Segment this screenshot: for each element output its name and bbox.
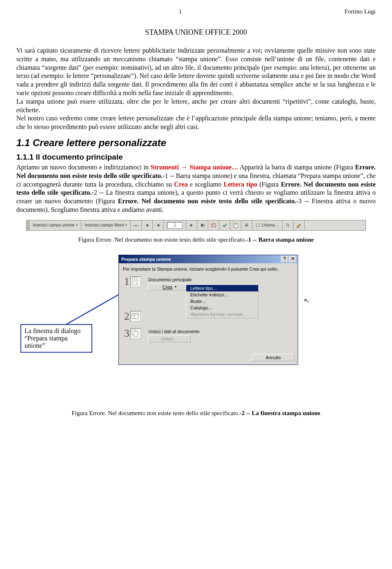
next-record-button[interactable] [186, 220, 197, 230]
svg-rect-15 [132, 313, 138, 318]
crea-label: Crea [163, 284, 172, 289]
intro-text-a: Vi sarà capitato sicuramente di ricevere… [16, 47, 376, 96]
printer-icon [244, 222, 249, 228]
crea-dropdown-menu: Lettere tipo… Etichette indirizzi… Buste… [186, 284, 258, 318]
last-record-button[interactable] [197, 220, 208, 230]
dialog-instruction: Per impostare la Stampa unione, iniziare… [123, 267, 294, 271]
svg-rect-19 [134, 331, 138, 336]
menu-ripristina[interactable]: Ripristina formato normale… [186, 311, 258, 318]
cap2-c: -2 -- La finestra stampa unione [240, 410, 321, 416]
helper-icon [211, 222, 216, 228]
dropdown-icon: ▾ [76, 223, 78, 227]
annulla-button[interactable]: Annulla [252, 354, 294, 361]
svg-rect-5 [245, 224, 248, 227]
callout-text: La finestra di dialogo “Prepara stampa u… [24, 327, 80, 349]
menu-buste[interactable]: Buste… [186, 298, 258, 305]
cap2-b: Errore. Nel documento non esiste testo d… [89, 410, 239, 416]
menu-etichette[interactable]: Etichette indirizzi… [186, 291, 258, 298]
menu-catalogo[interactable]: Catalogo… [186, 305, 258, 311]
prepara-stampa-unione-dialog: Prepara stampa unione ? ✕ Per impostare … [118, 255, 298, 365]
last-icon [200, 222, 205, 228]
check-icon [222, 222, 227, 228]
btn-crea-text: Crea [174, 181, 187, 188]
menu-lettere-tipo[interactable]: Lettere tipo… [186, 285, 258, 291]
page-header: 1 Fortino Lugi [16, 8, 376, 15]
merge-button[interactable]: Unione… [252, 220, 283, 230]
insert-merge-field-label: Inserisci campo unione [33, 223, 74, 227]
dialog-body: Per impostare la Stampa unione, iniziare… [119, 263, 298, 351]
merge-icon [256, 222, 261, 228]
document-icon [130, 276, 141, 287]
step-3-label: Unisci i dati al documento [148, 329, 294, 334]
crea-button[interactable]: Crea ▾ [148, 283, 188, 291]
svg-rect-4 [235, 224, 238, 228]
cap1-a: Figura [78, 236, 96, 243]
mail-merge-helper-button[interactable] [208, 220, 219, 230]
toolbar-grip-icon[interactable] [27, 220, 29, 230]
view-merged-data-button[interactable]: ABC [131, 220, 142, 230]
svg-rect-6 [246, 223, 247, 224]
heading-creare-lettere: 1.1 Creare lettere personalizzate [16, 137, 376, 149]
annulla-label: Annulla [266, 355, 281, 360]
figure-1-caption: Figura Errore. Nel documento non esiste … [16, 236, 376, 243]
datasource-icon [130, 311, 141, 322]
step-3-digit: 3 [124, 327, 129, 340]
help-button[interactable]: ? [281, 256, 288, 262]
section-paragraph: Apriamo un nuovo documento e indirizziam… [16, 163, 376, 214]
mail-merge-toolbar: Inserisci campo unione ▾ Inserisci campo… [26, 220, 366, 231]
step-3-number: 3 [123, 327, 143, 340]
insert-word-field-button[interactable]: Inserisci campo Word ▾ [81, 220, 131, 230]
prev-icon [155, 222, 161, 228]
find-icon [285, 222, 291, 228]
page-number: 1 [16, 8, 345, 15]
sec-a: Apriamo un nuovo documento e indirizziam… [16, 164, 151, 171]
unisci-button[interactable]: Unisci… [148, 335, 191, 342]
step-1-digit: 1 [124, 276, 129, 288]
intro-text-c: Nel nostro caso vedremo come creare lett… [16, 115, 376, 130]
record-number-field[interactable]: 1 [164, 220, 186, 230]
dialog-titlebar[interactable]: Prepara stampa unione ? ✕ [119, 255, 298, 263]
prev-record-button[interactable] [153, 220, 164, 230]
intro-text-b: La stampa unione può essere utilizzata, … [16, 98, 376, 113]
menu-stampa-unione: Stampa unione… [189, 164, 238, 171]
first-record-button[interactable] [142, 220, 153, 230]
merge-doc-icon [233, 222, 238, 228]
svg-rect-7 [256, 224, 260, 227]
record-number-value[interactable]: 1 [167, 222, 183, 229]
find-record-button[interactable] [283, 220, 294, 230]
sec-b: Apparirà la barra di stampa unione (Figu… [238, 164, 355, 171]
dropdown-icon: ▾ [125, 223, 127, 227]
step-2-number: 2 [123, 310, 143, 322]
svg-text:ABC: ABC [134, 224, 139, 227]
merge-to-printer-button[interactable] [241, 220, 252, 230]
intro-paragraph: Vi sarà capitato sicuramente di ricevere… [16, 47, 376, 131]
figure-2-wrap: La finestra di dialogo “Prepara stampa u… [16, 255, 376, 402]
cap2-a: Figura [71, 410, 89, 416]
figure-2-caption: Figura Errore. Nel documento non esiste … [16, 410, 376, 417]
close-button[interactable]: ✕ [289, 256, 296, 262]
insert-word-field-label: Inserisci campo Word [85, 223, 124, 227]
svg-line-9 [288, 226, 290, 227]
menu-strumenti: Strumenti [151, 164, 179, 171]
check-errors-button[interactable] [219, 220, 230, 230]
insert-merge-field-button[interactable]: Inserisci campo unione ▾ [29, 220, 81, 230]
cursor-icon: ↖ [303, 296, 310, 305]
svg-rect-11 [132, 278, 137, 284]
first-icon [144, 222, 150, 228]
sec-d: e scegliamo [188, 181, 224, 188]
sec-e: (Figura [257, 181, 281, 188]
lettera-tipo-text: Lettera tipo [223, 181, 257, 188]
document-title: STAMPA UNIONE OFFICE 2000 [16, 28, 376, 37]
dialog-footer: Annulla [119, 351, 298, 365]
merge-docs-icon [130, 328, 141, 339]
step-1-row: 1 Documento principale Crea ▾ Lettere ti… [123, 276, 294, 291]
next-icon [189, 222, 194, 228]
merge-to-doc-button[interactable] [230, 220, 241, 230]
cap1-c: -1 -- Barra stampa unione [246, 236, 314, 243]
merge-label: Unione… [262, 223, 279, 227]
edit-icon [296, 222, 302, 228]
sec-err3: Errore. Nel documento non esiste testo d… [118, 198, 296, 204]
edit-data-source-button[interactable] [294, 220, 305, 230]
callout-box: La finestra di dialogo “Prepara stampa u… [20, 324, 92, 353]
abc-icon: ABC [133, 222, 139, 228]
